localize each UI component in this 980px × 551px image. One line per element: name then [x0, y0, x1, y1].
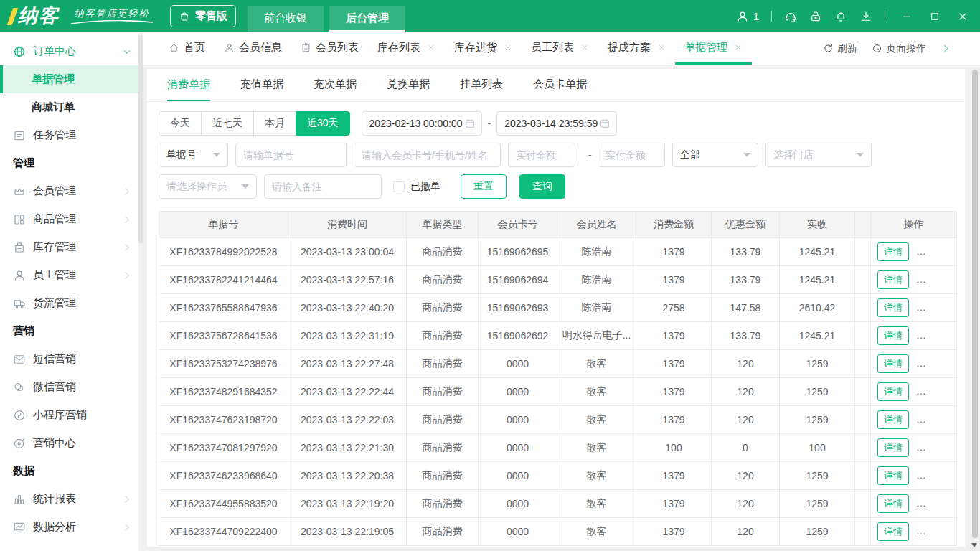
subtab-recharge[interactable]: 充值单据: [240, 69, 283, 101]
search-button[interactable]: 查询: [519, 174, 565, 199]
close-icon[interactable]: [657, 43, 666, 52]
sidebar-item-product-management[interactable]: 商品管理: [0, 205, 143, 233]
maximize-button[interactable]: [929, 11, 941, 22]
range-7days-button[interactable]: 近七天: [201, 111, 254, 136]
order-field-select[interactable]: 单据号: [159, 143, 228, 167]
minimize-button[interactable]: [901, 11, 913, 22]
sidebar-item-order-center[interactable]: 订单中心: [0, 37, 143, 65]
sidebar-item-inventory-management[interactable]: 库存管理: [0, 233, 143, 261]
close-icon[interactable]: [734, 43, 743, 52]
window-controls: [901, 11, 969, 22]
tab-staff-list[interactable]: 员工列表: [522, 32, 598, 65]
detail-button[interactable]: 详情: [877, 410, 909, 429]
detail-button[interactable]: 详情: [877, 298, 909, 317]
store-select[interactable]: 选择门店: [765, 143, 872, 167]
truck-icon: [13, 297, 26, 310]
detail-button[interactable]: 详情: [877, 522, 909, 541]
download-icon[interactable]: [859, 10, 872, 23]
col-paid: 实收: [780, 212, 855, 238]
back-office-tab[interactable]: 后台管理: [329, 6, 405, 32]
close-icon[interactable]: [580, 43, 589, 52]
subtab-member-card[interactable]: 会员卡单据: [533, 69, 587, 101]
cell-time: 2023-03-13 22:40:20: [288, 294, 407, 322]
notification-bell-icon[interactable]: [834, 10, 847, 23]
online-users[interactable]: 1: [736, 10, 759, 23]
sidebar-item-task-management[interactable]: 任务管理: [0, 121, 143, 149]
date-to-input[interactable]: 2023-03-14 23:59:59: [496, 111, 617, 136]
sidebar-item-statistics-reports[interactable]: 统计报表: [0, 485, 143, 513]
operator-select[interactable]: 请选择操作员: [159, 174, 257, 199]
support-headset-icon[interactable]: [784, 10, 797, 23]
member-search-input[interactable]: [354, 143, 501, 167]
detail-button[interactable]: 详情: [877, 326, 909, 345]
sidebar-item-marketing-center[interactable]: 营销中心: [0, 429, 143, 457]
refresh-button[interactable]: 刷新: [823, 42, 857, 55]
amount-max-input[interactable]: [598, 143, 665, 167]
detail-button[interactable]: 详情: [877, 270, 909, 289]
tab-inventory-list[interactable]: 库存列表: [368, 32, 445, 65]
cell-actions: 详情重打印: [871, 434, 957, 462]
order-no-input[interactable]: [235, 143, 347, 167]
sidebar-item-receipt-management[interactable]: 单据管理: [0, 65, 143, 93]
cell-actions: 详情重打印: [871, 518, 957, 546]
scrollbar-down-arrow[interactable]: [971, 543, 977, 547]
detail-button[interactable]: 详情: [877, 354, 909, 373]
sidebar-item-mall-orders[interactable]: 商城订单: [0, 93, 143, 121]
sidebar-item-logistics-management[interactable]: 货流管理: [0, 289, 143, 317]
cell-card: 0000: [479, 490, 557, 518]
cell-name: 陈浩南: [557, 238, 636, 266]
close-icon[interactable]: [427, 43, 435, 52]
detail-button[interactable]: 详情: [877, 438, 909, 457]
lock-screen-icon[interactable]: [809, 10, 822, 23]
sidebar-item-member-management[interactable]: 会员管理: [0, 177, 143, 205]
date-from-input[interactable]: 2023-02-13 00:00:00: [362, 111, 482, 136]
sidebar-item-miniprogram-marketing[interactable]: 小程序营销: [0, 401, 143, 429]
close-icon[interactable]: [504, 43, 512, 52]
sidebar-item-data-analysis[interactable]: 数据分析: [0, 513, 143, 541]
tab-inventory-purchase[interactable]: 库存进货: [445, 32, 522, 65]
page-operations-button[interactable]: 页面操作: [872, 42, 926, 55]
tab-member-info[interactable]: 会员信息: [215, 32, 291, 65]
amount-min-input[interactable]: [508, 143, 575, 167]
range-month-button[interactable]: 本月: [253, 111, 296, 136]
globe-icon: [13, 45, 26, 58]
tab-receipt-management[interactable]: 单据管理: [675, 32, 752, 65]
chevron-right-icon: [122, 522, 132, 532]
range-30days-button[interactable]: 近30天: [296, 111, 350, 136]
retail-version-badge[interactable]: 零售版: [170, 5, 236, 27]
detail-button[interactable]: 详情: [877, 494, 909, 513]
tab-member-list[interactable]: 会员列表: [291, 32, 368, 65]
subtab-pending-orders[interactable]: 挂单列表: [460, 69, 503, 101]
sidebar-scrollbar-thumb[interactable]: [138, 35, 143, 243]
status-select[interactable]: 全部: [672, 143, 758, 167]
sidebar-item-staff-management[interactable]: 员工管理: [0, 261, 143, 289]
detail-button[interactable]: 详情: [877, 466, 909, 485]
sidebar-item-wechat-marketing[interactable]: 微信营销: [0, 373, 143, 401]
remark-input[interactable]: [264, 174, 382, 199]
front-cashier-tab[interactable]: 前台收银: [248, 6, 324, 32]
detail-button[interactable]: 详情: [877, 382, 909, 401]
cell-amount: 2758: [636, 294, 712, 322]
reset-button[interactable]: 重置: [461, 174, 507, 199]
cell-actions: 详情重打印: [871, 378, 957, 406]
range-today-button[interactable]: 今天: [159, 111, 202, 136]
subtab-consumption[interactable]: 消费单据: [167, 69, 210, 101]
tab-commission-plan[interactable]: 提成方案: [598, 32, 675, 65]
divider: [885, 11, 885, 22]
tab-home[interactable]: 首页: [159, 32, 215, 65]
subtab-exchange[interactable]: 兑换单据: [387, 69, 430, 101]
cell-time: 2023-03-13 22:27:48: [288, 350, 407, 378]
cancelled-checkbox[interactable]: [393, 181, 405, 192]
expand-chevron-icon[interactable]: [941, 43, 951, 54]
close-button[interactable]: [957, 11, 969, 22]
cell-amount: 1379: [636, 518, 712, 546]
cell-card: 0000: [479, 378, 557, 406]
cell-paid: 1245.21: [780, 322, 855, 350]
subtab-recharge-times[interactable]: 充次单据: [314, 69, 357, 101]
table-row: XF16233748291684352 2023-03-13 22:22:44 …: [159, 378, 957, 406]
detail-button[interactable]: 详情: [877, 242, 909, 261]
caret-down-icon: [857, 153, 864, 157]
cell-amount: 1379: [636, 266, 712, 294]
sidebar-item-sms-marketing[interactable]: 短信营销: [0, 345, 143, 373]
content-scrollbar-thumb[interactable]: [972, 70, 978, 538]
